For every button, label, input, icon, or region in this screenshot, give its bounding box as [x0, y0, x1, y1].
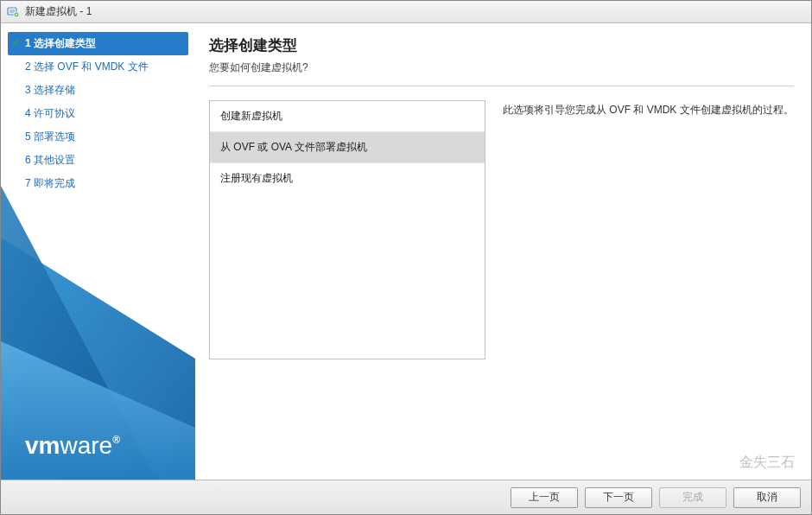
step-list: 1 选择创建类型 2 选择 OVF 和 VMDK 文件 3 选择存储 4 许可协…	[1, 32, 195, 195]
main-panel: 选择创建类型 您要如何创建虚拟机? 创建新虚拟机 从 OVF 或 OVA 文件部…	[195, 23, 811, 480]
page-title: 选择创建类型	[209, 35, 794, 55]
step-additional-settings[interactable]: 6 其他设置	[8, 149, 188, 172]
divider	[209, 86, 794, 86]
finish-button: 完成	[659, 487, 726, 508]
sidebar-graphic: vmware®	[1, 186, 195, 480]
option-create-new-vm[interactable]: 创建新虚拟机	[210, 101, 485, 132]
vm-icon	[6, 5, 20, 19]
page-subtitle: 您要如何创建虚拟机?	[209, 60, 794, 75]
titlebar: 新建虚拟机 - 1	[1, 1, 811, 23]
back-button[interactable]: 上一页	[511, 487, 578, 508]
option-register-existing-vm[interactable]: 注册现有虚拟机	[210, 163, 485, 194]
cancel-button[interactable]: 取消	[733, 487, 801, 508]
step-deployment-options[interactable]: 5 部署选项	[8, 125, 188, 149]
content-area: 1 选择创建类型 2 选择 OVF 和 VMDK 文件 3 选择存储 4 许可协…	[1, 23, 811, 480]
step-select-storage[interactable]: 3 选择存储	[8, 79, 188, 102]
wizard-footer: 上一页 下一页 完成 取消	[1, 480, 811, 514]
step-license-agreement[interactable]: 4 许可协议	[8, 102, 188, 125]
step-select-creation-type[interactable]: 1 选择创建类型	[8, 32, 188, 55]
creation-type-list: 创建新虚拟机 从 OVF 或 OVA 文件部署虚拟机 注册现有虚拟机	[209, 100, 485, 359]
svg-rect-1	[10, 10, 15, 13]
option-deploy-from-ovf[interactable]: 从 OVF 或 OVA 文件部署虚拟机	[210, 132, 485, 163]
main-body: 创建新虚拟机 从 OVF 或 OVA 文件部署虚拟机 注册现有虚拟机 此选项将引…	[209, 100, 794, 467]
next-button[interactable]: 下一页	[585, 487, 652, 508]
wizard-window: 新建虚拟机 - 1 1 选择创建类型 2 选择 OVF 和 VMDK 文件 3 …	[0, 0, 812, 515]
option-description: 此选项将引导您完成从 OVF 和 VMDK 文件创建虚拟机的过程。	[503, 100, 794, 118]
step-select-ovf-vmdk[interactable]: 2 选择 OVF 和 VMDK 文件	[8, 55, 188, 79]
wizard-sidebar: 1 选择创建类型 2 选择 OVF 和 VMDK 文件 3 选择存储 4 许可协…	[1, 23, 195, 480]
svg-text:vmware®: vmware®	[25, 432, 120, 459]
window-title: 新建虚拟机 - 1	[25, 4, 92, 19]
